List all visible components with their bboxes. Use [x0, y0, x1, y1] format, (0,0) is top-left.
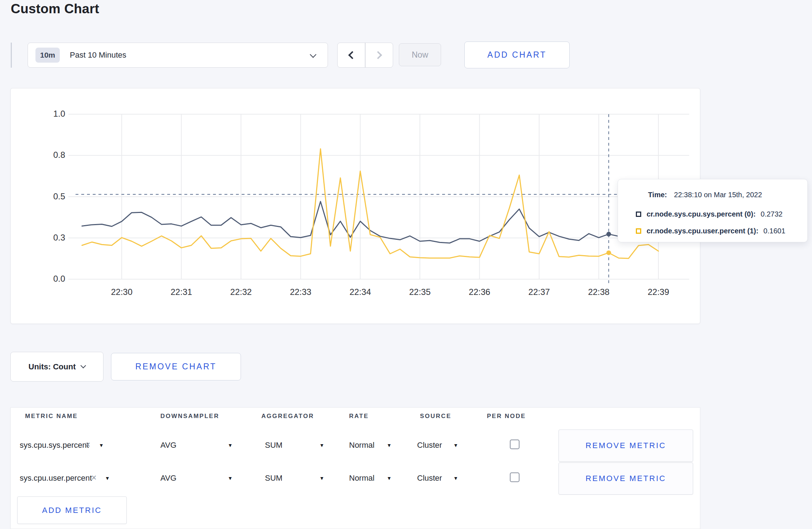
time-window-pager — [337, 43, 393, 68]
source-select[interactable]: Cluster — [417, 441, 442, 450]
aggregator-caret-icon[interactable]: ▼ — [319, 442, 324, 448]
chevron-right-icon — [374, 51, 382, 59]
y-tick-label: 0.5 — [11, 191, 65, 202]
x-tick-label: 22:35 — [395, 287, 445, 297]
chevron-down-icon — [81, 363, 86, 369]
metric-name-value[interactable]: sys.cpu.user.percent — [20, 474, 92, 483]
units-dropdown[interactable]: Units: Count — [10, 352, 103, 382]
source-caret-icon[interactable]: ▼ — [453, 442, 458, 448]
metric-caret-icon[interactable]: ▼ — [105, 475, 110, 481]
col-header-rate: RATE — [349, 413, 369, 420]
x-tick-label: 22:32 — [216, 287, 266, 297]
add-metric-button[interactable]: ADD METRIC — [17, 496, 127, 524]
source-caret-icon[interactable]: ▼ — [453, 475, 458, 481]
col-header-aggregator: AGGREGATOR — [261, 413, 314, 420]
col-header-source: SOURCE — [420, 413, 451, 420]
col-header-downsampler: DOWNSAMPLER — [160, 413, 219, 420]
remove-metric-button[interactable]: REMOVE METRIC — [559, 462, 693, 495]
time-range-badge: 10m — [35, 48, 60, 63]
tooltip-series-value: 0.1601 — [763, 227, 785, 235]
col-header-per-node: PER NODE — [487, 413, 526, 420]
clear-metric-icon[interactable]: × — [85, 440, 91, 450]
tooltip-series-row: cr.node.sys.cpu.sys.percent (0): 0.2732 — [636, 210, 783, 218]
per-node-checkbox[interactable] — [510, 440, 519, 449]
downsampler-caret-icon[interactable]: ▼ — [228, 442, 233, 448]
tooltip-time-label: Time: — [648, 191, 667, 199]
downsampler-select[interactable]: AVG — [160, 441, 177, 450]
page-title: Custom Chart — [11, 1, 99, 16]
y-tick-label: 0.0 — [11, 274, 65, 284]
time-range-dropdown[interactable]: 10m Past 10 Minutes — [28, 43, 328, 68]
time-range-label: Past 10 Minutes — [70, 50, 126, 60]
col-header-metric-name: METRIC NAME — [25, 413, 78, 420]
tooltip-series-row: cr.node.sys.cpu.user.percent (1): 0.1601 — [636, 227, 786, 235]
series-swatch-icon — [636, 212, 641, 217]
rate-select[interactable]: Normal — [349, 441, 374, 450]
x-tick-label: 22:31 — [156, 287, 207, 297]
aggregator-select[interactable]: SUM — [265, 474, 282, 483]
tooltip-series-name: cr.node.sys.cpu.user.percent (1): — [647, 227, 758, 235]
tooltip-time-value: 22:38:10 on Mar 15th, 2022 — [674, 191, 762, 199]
remove-chart-button[interactable]: REMOVE CHART — [111, 353, 241, 380]
downsampler-select[interactable]: AVG — [160, 474, 177, 483]
x-tick-label: 22:34 — [335, 287, 385, 297]
metric-caret-icon[interactable]: ▼ — [99, 442, 104, 448]
rate-select[interactable]: Normal — [349, 474, 374, 483]
tooltip-time-row: Time: 22:38:10 on Mar 15th, 2022 — [648, 191, 762, 199]
x-tick-label: 22:39 — [633, 287, 683, 297]
x-tick-label: 22:36 — [454, 287, 504, 297]
toolbar-left-divider — [11, 43, 12, 68]
units-label: Units: Count — [29, 362, 76, 372]
tooltip-series-value: 0.2732 — [761, 210, 783, 218]
y-tick-label: 0.3 — [11, 233, 65, 243]
rate-caret-icon[interactable]: ▼ — [387, 475, 392, 481]
x-tick-label: 22:38 — [574, 287, 624, 297]
chart-tooltip: Time: 22:38:10 on Mar 15th, 2022 cr.node… — [618, 179, 808, 242]
series-swatch-icon — [636, 228, 641, 234]
metric-name-value[interactable]: sys.cpu.sys.percent — [20, 441, 89, 450]
add-chart-button[interactable]: ADD CHART — [464, 42, 570, 68]
x-tick-label: 22:30 — [97, 287, 147, 297]
x-tick-label: 22:33 — [276, 287, 326, 297]
downsampler-caret-icon[interactable]: ▼ — [228, 475, 233, 481]
y-tick-label: 0.8 — [11, 150, 65, 160]
next-time-button[interactable] — [366, 43, 393, 67]
tooltip-series-name: cr.node.sys.cpu.sys.percent (0): — [647, 210, 756, 218]
rate-caret-icon[interactable]: ▼ — [387, 442, 392, 448]
remove-metric-button[interactable]: REMOVE METRIC — [559, 429, 693, 462]
clear-metric-icon[interactable]: × — [91, 472, 97, 483]
prev-time-button[interactable] — [338, 43, 365, 67]
per-node-checkbox[interactable] — [510, 472, 519, 482]
aggregator-select[interactable]: SUM — [265, 441, 282, 450]
now-button[interactable]: Now — [399, 43, 441, 66]
source-select[interactable]: Cluster — [417, 474, 442, 483]
chart-card: 0.00.30.50.81.0 22:3022:3122:3222:3322:3… — [10, 88, 700, 324]
chevron-down-icon — [310, 51, 316, 58]
aggregator-caret-icon[interactable]: ▼ — [319, 475, 324, 481]
y-tick-label: 1.0 — [11, 109, 65, 119]
chevron-left-icon — [348, 51, 357, 59]
x-tick-label: 22:37 — [514, 287, 564, 297]
